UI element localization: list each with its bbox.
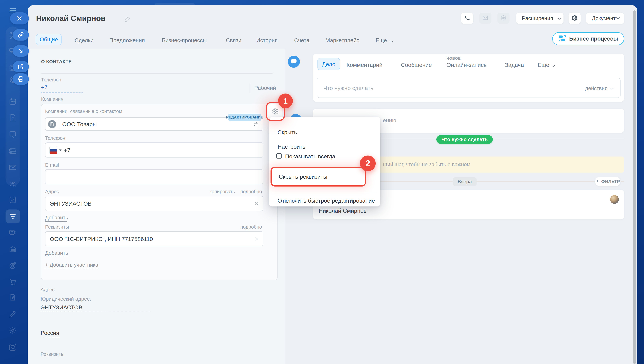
business-processes-button[interactable]: Бизнес-процессы — [552, 32, 624, 45]
footer-requisites-label: Реквизиты — [41, 352, 65, 357]
sidebar-item-sign-icon[interactable] — [9, 310, 17, 318]
filter-button[interactable]: ФИЛЬТР — [595, 177, 620, 186]
sidebar-item-calendar-icon[interactable] — [9, 98, 17, 105]
menu-item-hide[interactable]: Скрыть — [278, 129, 297, 136]
menu-item-hide-requisites[interactable]: Скрыть реквизиты — [279, 174, 327, 180]
sidebar-item-culture-icon[interactable] — [9, 344, 17, 351]
input-divider — [59, 120, 59, 128]
card-phone-value: +7 — [64, 147, 71, 154]
hamburger-menu-icon[interactable] — [10, 8, 16, 12]
button-divider — [555, 15, 555, 22]
tab-marketplace[interactable]: Маркетплейс — [325, 37, 359, 44]
copy-link-button[interactable] — [13, 29, 29, 40]
country-value[interactable]: Россия — [41, 330, 59, 338]
close-icon — [17, 16, 23, 22]
document-button[interactable]: Документ — [586, 13, 624, 24]
sidebar-item-settings-icon[interactable] — [9, 326, 17, 334]
clear-address-icon[interactable] — [254, 201, 259, 206]
extensions-label: Расширения — [522, 15, 553, 22]
card-phone-input[interactable]: +7 — [45, 142, 263, 158]
vertical-scrollbar[interactable] — [633, 10, 636, 364]
messenger-button[interactable] — [497, 13, 509, 24]
timeline-tab-comment[interactable]: Комментарий — [346, 62, 382, 68]
menu-item-show-always[interactable]: Показывать всегда — [285, 153, 335, 160]
sidebar-item-crm-icon[interactable] — [9, 212, 17, 220]
timeline-tab-message[interactable]: Сообщение — [401, 62, 432, 68]
avatar[interactable] — [610, 195, 619, 204]
phone-underline — [41, 92, 83, 93]
section-divider — [41, 74, 273, 74]
tab-connections[interactable]: Связи — [226, 37, 241, 44]
address-details-link[interactable]: подробно — [240, 189, 262, 194]
entry-author[interactable]: Николай Смирнов — [319, 208, 367, 214]
todo-input[interactable]: Что нужно сделать действия — [317, 78, 620, 98]
address-label: Адрес — [45, 189, 59, 194]
hint-text-partial: ению — [383, 117, 396, 124]
tab-more[interactable]: Еще — [376, 37, 387, 44]
open-new-window-button[interactable] — [13, 61, 29, 72]
tab-general[interactable]: Общие — [36, 34, 62, 45]
copy-address-link[interactable]: копировать — [210, 189, 235, 194]
process-blocks-icon — [558, 34, 566, 43]
legal-address-label: Юридический адрес: — [41, 296, 91, 302]
sidebar-item-warehouse-icon[interactable] — [9, 245, 17, 253]
tab-history[interactable]: История — [256, 37, 278, 44]
sidebar-item-shop-icon[interactable] — [9, 278, 17, 286]
add-participant-link[interactable]: + Добавить участника — [45, 262, 98, 269]
menu-divider — [273, 193, 376, 193]
print-button[interactable] — [13, 74, 29, 85]
printer-icon — [18, 76, 24, 82]
menu-item-disable-quick-edit[interactable]: Отключить быстрое редактирование — [278, 198, 375, 204]
sidebar-item-users-icon[interactable] — [9, 180, 17, 188]
close-slider-button[interactable] — [10, 12, 29, 24]
sidebar-item-booking-icon[interactable] — [9, 229, 17, 237]
phone-value-link[interactable]: +7 — [41, 84, 48, 91]
clear-requisites-icon[interactable] — [254, 237, 259, 241]
copy-title-link-icon[interactable] — [124, 16, 130, 23]
page-title: Николай Смирнов — [36, 14, 106, 23]
russia-flag-icon[interactable] — [50, 147, 57, 154]
timeline-comment-bubble-icon[interactable] — [288, 56, 300, 68]
tab-quotes[interactable]: Предложения — [109, 37, 145, 44]
requisites-input[interactable]: ООО "1С-БИТРИКС", ИНН 7717586110 — [45, 231, 263, 246]
tab-business-processes[interactable]: Бизнес-процессы — [162, 37, 207, 44]
sidebar-item-document-icon[interactable] — [9, 114, 17, 122]
add-requisites-link[interactable]: Добавить — [45, 250, 68, 257]
legal-address-value[interactable]: ЭНТУЗИАСТОВ — [41, 304, 82, 312]
call-button[interactable] — [461, 13, 473, 24]
sidebar-item-marketing-icon[interactable] — [9, 262, 17, 270]
actions-dropdown-label[interactable]: действия — [585, 86, 607, 92]
tab-deals[interactable]: Сделки — [75, 37, 94, 44]
company-name-value: ООО Товары — [62, 121, 97, 128]
screen: Николай Смирнов Расширения Документ Общи… — [0, 0, 644, 364]
email-input[interactable] — [45, 169, 263, 184]
new-feature-badge: НОВОЕ — [446, 56, 461, 61]
sidebar-item-tasks-icon[interactable] — [9, 196, 17, 204]
chevron-down-icon — [552, 65, 555, 68]
date-separator-badge[interactable]: Вчера — [453, 177, 477, 186]
swap-company-icon[interactable] — [253, 121, 259, 128]
address-input[interactable]: ЭНТУЗИАСТОВ — [45, 196, 263, 211]
phone-type-label[interactable]: Рабочий — [254, 85, 276, 91]
tab-invoices[interactable]: Счета — [294, 37, 309, 44]
sidebar-item-mail-icon[interactable] — [9, 164, 17, 171]
sidebar-item-kiosk-icon[interactable] — [9, 131, 17, 138]
timeline-tab-more[interactable]: Еще — [538, 62, 549, 68]
requisites-label: Реквизиты — [45, 224, 69, 230]
timeline-tab-online-booking[interactable]: Онлайн-запись — [446, 62, 487, 68]
email-button[interactable] — [479, 13, 491, 24]
menu-item-configure[interactable]: Настроить — [278, 144, 305, 150]
add-address-link[interactable]: Добавить — [45, 215, 68, 222]
extensions-button[interactable]: Расширения — [516, 13, 563, 24]
sidebar-item-drive-icon[interactable] — [9, 147, 17, 155]
requisites-details-link[interactable]: подробно — [240, 224, 262, 230]
minimize-button[interactable] — [13, 45, 29, 57]
link-icon — [18, 32, 24, 38]
timeline-tab-task[interactable]: Задача — [505, 62, 524, 68]
show-always-checkbox[interactable] — [276, 153, 282, 158]
sidebar-item-docs-sign-icon[interactable] — [9, 294, 17, 301]
timeline-tab-deal[interactable]: Дело — [317, 58, 340, 70]
banner-text: щий шаг, чтобы не забыть о важном — [383, 162, 470, 168]
menu-item-hide-requisites-highlight[interactable]: Скрыть реквизиты — [271, 167, 366, 186]
settings-button[interactable] — [568, 13, 581, 24]
